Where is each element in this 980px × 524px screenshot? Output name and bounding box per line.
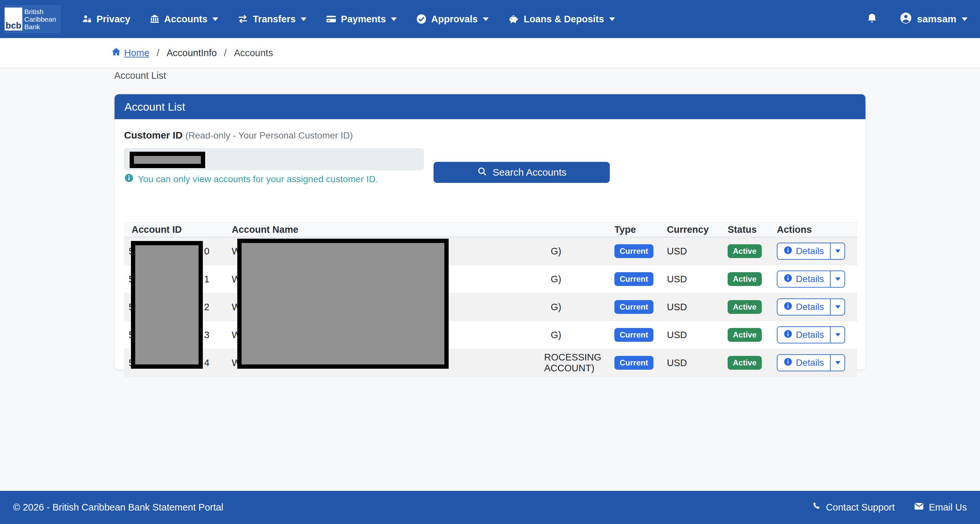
details-button[interactable]: Details [778, 327, 830, 343]
main-nav: Privacy Accounts Transfers Payments [82, 13, 615, 25]
breadcrumb-bar: Home / AccountInfo / Accounts [0, 38, 980, 68]
status-badge: Active [728, 300, 762, 314]
customer-id-label: Customer ID (Read-only - Your Personal C… [124, 130, 353, 141]
details-split-button[interactable]: Details [777, 327, 845, 343]
accounts-table: Account ID Account Name Type Currency St… [124, 222, 857, 377]
cell-currency: USD [659, 237, 720, 265]
col-header-account-name: Account Name [224, 224, 607, 235]
details-dropdown-toggle[interactable] [830, 271, 845, 287]
cell-status: Active [720, 321, 769, 349]
cell-type: Current [607, 349, 659, 377]
details-dropdown-toggle[interactable] [830, 327, 845, 343]
chevron-down-icon [212, 18, 218, 21]
page-title: Account List [114, 70, 166, 81]
bank-logo-text: British Caribbean Bank [24, 8, 56, 30]
person-circle-icon [899, 11, 912, 27]
person-lock-icon [82, 14, 92, 24]
details-split-button[interactable]: Details [777, 298, 845, 315]
details-split-button[interactable]: Details [777, 271, 845, 288]
breadcrumb: Home / AccountInfo / Accounts [111, 47, 273, 59]
col-header-account-id: Account ID [124, 224, 224, 235]
info-circle-icon [783, 274, 792, 285]
type-badge: Current [614, 328, 654, 342]
info-circle-icon [783, 245, 792, 257]
cell-status: Active [720, 349, 769, 377]
info-circle-icon [783, 329, 792, 341]
cell-type: Current [607, 293, 659, 321]
type-badge: Current [614, 300, 654, 314]
chevron-down-icon [835, 305, 840, 309]
chevron-down-icon [609, 18, 615, 21]
bank-icon [150, 14, 160, 24]
breadcrumb-separator: / [224, 48, 227, 59]
details-dropdown-toggle[interactable] [830, 355, 845, 371]
contact-support-link[interactable]: Contact Support [811, 501, 895, 513]
bell-icon[interactable] [866, 12, 878, 26]
table-row: 51 WG) Current USD Active Details [124, 265, 857, 293]
search-accounts-button[interactable]: Search Accounts [434, 162, 610, 183]
nav-item-approvals[interactable]: Approvals [416, 13, 489, 25]
nav-item-payments[interactable]: Payments [326, 13, 397, 25]
col-header-type: Type [607, 224, 659, 235]
envelope-icon [914, 501, 924, 514]
nav-item-accounts[interactable]: Accounts [150, 14, 218, 25]
cell-type: Current [607, 265, 659, 293]
cell-actions: Details [769, 349, 857, 377]
col-header-status: Status [720, 224, 769, 235]
nav-item-privacy[interactable]: Privacy [82, 14, 130, 25]
customer-id-note: (Read-only - Your Personal Customer ID) [185, 131, 353, 140]
page-footer: © 2026 - British Caribbean Bank Statemen… [0, 491, 980, 524]
cell-currency: USD [659, 349, 720, 377]
cell-status: Active [720, 237, 769, 265]
status-badge: Active [728, 272, 762, 286]
nav-item-transfers[interactable]: Transfers [237, 13, 307, 25]
phone-icon [811, 501, 821, 513]
chevron-down-icon [835, 277, 840, 281]
col-header-currency: Currency [659, 224, 720, 235]
details-split-button[interactable]: Details [777, 243, 845, 260]
customer-id-input[interactable] [124, 148, 424, 170]
check-circle-icon [416, 13, 427, 25]
details-button[interactable]: Details [778, 243, 830, 259]
nav-item-label: Payments [341, 14, 386, 25]
chevron-down-icon [962, 18, 967, 21]
cell-currency: USD [659, 293, 720, 321]
chevron-down-icon [835, 361, 840, 365]
details-dropdown-toggle[interactable] [830, 299, 845, 315]
cell-status: Active [720, 265, 769, 293]
cell-actions: Details [769, 237, 857, 265]
details-button[interactable]: Details [778, 355, 830, 371]
table-header-row: Account ID Account Name Type Currency St… [124, 222, 857, 237]
details-split-button[interactable]: Details [777, 354, 845, 371]
navbar-right: samsam [866, 11, 967, 27]
type-badge: Current [614, 272, 654, 286]
info-circle-icon [124, 173, 134, 185]
email-us-link[interactable]: Email Us [914, 501, 967, 514]
details-dropdown-toggle[interactable] [830, 243, 845, 259]
info-circle-icon [783, 301, 792, 313]
user-menu[interactable]: samsam [899, 11, 967, 27]
chevron-down-icon [835, 250, 840, 253]
details-button[interactable]: Details [778, 299, 830, 315]
type-badge: Current [614, 244, 654, 258]
username-label: samsam [917, 13, 956, 25]
details-button[interactable]: Details [778, 271, 830, 287]
nav-item-label: Loans & Deposits [524, 14, 604, 25]
nav-item-label: Privacy [97, 14, 130, 25]
breadcrumb-section: AccountInfo [166, 48, 216, 59]
credit-card-icon [326, 13, 337, 25]
status-badge: Active [728, 328, 762, 342]
cell-actions: Details [769, 265, 857, 293]
cell-status: Active [720, 293, 769, 321]
table-row: 54 WROCESSING ACCOUNT) Current USD Activ… [124, 349, 857, 377]
bank-logo[interactable]: bcb British Caribbean Bank [5, 5, 61, 33]
chevron-down-icon [301, 18, 307, 21]
chevron-down-icon [391, 18, 397, 21]
nav-item-label: Accounts [164, 14, 207, 25]
piggy-bank-icon [508, 13, 520, 25]
cell-type: Current [607, 237, 659, 265]
nav-item-loans-deposits[interactable]: Loans & Deposits [508, 13, 615, 25]
cell-actions: Details [769, 293, 857, 321]
breadcrumb-home-link[interactable]: Home [111, 47, 150, 59]
redaction-box [131, 241, 203, 369]
